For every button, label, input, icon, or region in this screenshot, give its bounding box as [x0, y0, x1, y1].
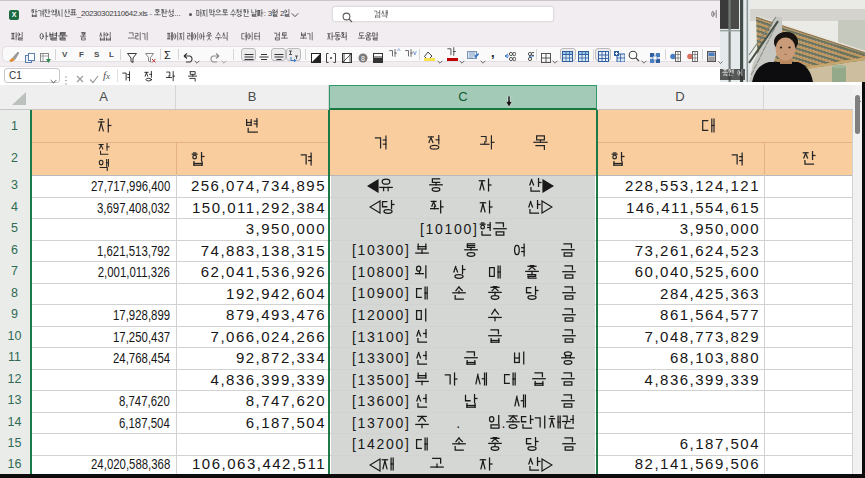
svg-text:8: 8	[361, 54, 365, 61]
